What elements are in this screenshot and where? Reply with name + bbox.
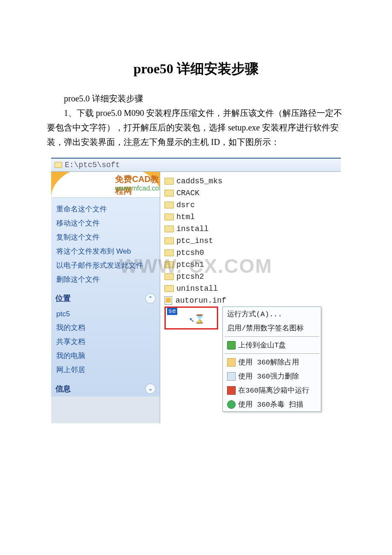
task-delete[interactable]: 删除这个文件 bbox=[56, 272, 155, 286]
info-title: 信息 bbox=[55, 384, 71, 394]
menu-signature[interactable]: 启用/禁用数字签名图标 bbox=[223, 321, 321, 335]
folder-icon bbox=[164, 249, 174, 256]
places-title: 位置 bbox=[55, 293, 71, 304]
folder-item[interactable]: html bbox=[164, 211, 337, 223]
context-menu: 运行方式(A)... 启用/禁用数字签名图标 上传到金山T盘 使用 360解除占… bbox=[222, 306, 321, 412]
banner-url: www.mfcad.com bbox=[115, 185, 160, 192]
menu-label: 使用 360强力删除 bbox=[238, 371, 299, 381]
place-mydocs[interactable]: 我的文档 bbox=[56, 321, 155, 335]
folder-icon bbox=[164, 261, 174, 268]
inf-file-icon bbox=[164, 296, 172, 305]
sandbox-icon bbox=[227, 386, 236, 395]
menu-unlock[interactable]: 使用 360解除占用 bbox=[223, 355, 321, 369]
task-copy[interactable]: 复制这个文件 bbox=[56, 230, 155, 244]
place-ptc5[interactable]: ptc5 bbox=[56, 308, 155, 321]
unlock-icon bbox=[227, 358, 236, 367]
menu-label: 上传到金山T盘 bbox=[238, 340, 286, 350]
folder-item[interactable]: ptc_inst bbox=[164, 235, 337, 247]
folder-icon bbox=[164, 285, 174, 292]
scan-icon bbox=[227, 400, 236, 409]
file-label: ptcsh0 bbox=[176, 249, 204, 257]
folder-item[interactable]: install bbox=[164, 223, 337, 235]
menu-separator bbox=[225, 353, 319, 354]
file-label: se bbox=[167, 308, 177, 315]
menu-upload[interactable]: 上传到金山T盘 bbox=[223, 338, 321, 352]
page-title: proe50 详细安装步骤 bbox=[47, 60, 345, 78]
info-header[interactable]: 信息 ⌄ bbox=[51, 381, 160, 396]
folder-icon bbox=[164, 178, 174, 185]
places-group: ptc5 我的文档 共享文档 我的电脑 网上邻居 bbox=[51, 306, 160, 381]
menu-label: 使用 360解除占用 bbox=[238, 357, 299, 367]
file-label: ptc_inst bbox=[176, 237, 213, 245]
folder-icon bbox=[164, 273, 174, 280]
menu-sandbox[interactable]: 在360隔离沙箱中运行 bbox=[223, 383, 321, 397]
folder-item[interactable]: uninstall bbox=[164, 283, 337, 295]
file-label: dsrc bbox=[176, 201, 195, 209]
file-label: ptcsh1 bbox=[176, 260, 204, 269]
subtitle: proe5.0 详细安装步骤 bbox=[47, 91, 345, 106]
menu-scan[interactable]: 使用 360杀毒 扫描 bbox=[223, 397, 321, 411]
explorer-screenshot: WWW. CX.COM E:\ptc5\soft 免费CAD教程网 www.mf… bbox=[51, 158, 341, 423]
chevron-up-icon[interactable]: ⌃ bbox=[145, 293, 156, 304]
delete-icon bbox=[227, 372, 236, 381]
file-label: autorun.inf bbox=[176, 296, 226, 305]
task-rename[interactable]: 重命名这个文件 bbox=[56, 202, 155, 216]
explorer-sidebar: 免费CAD教程网 www.mfcad.com 重命名这个文件 移动这个文件 复制… bbox=[51, 172, 160, 396]
menu-runas[interactable]: 运行方式(A)... bbox=[223, 307, 321, 321]
file-label: cadds5_mks bbox=[176, 177, 222, 185]
chevron-down-icon[interactable]: ⌄ bbox=[145, 384, 156, 394]
folder-item[interactable]: ptcsh2 bbox=[164, 271, 337, 283]
menu-separator bbox=[225, 336, 319, 337]
file-label: install bbox=[176, 225, 209, 233]
upload-icon bbox=[227, 341, 236, 350]
task-email[interactable]: 以电子邮件形式发送此文件 bbox=[56, 258, 155, 272]
menu-forcedelete[interactable]: 使用 360强力删除 bbox=[223, 369, 321, 383]
folder-icon bbox=[164, 214, 174, 220]
folder-icon bbox=[164, 202, 174, 208]
paragraph-1: 1、下载 proe5.0 M090 安装程序压缩文件，并解压该文件（解压路径一定… bbox=[47, 106, 345, 149]
address-bar[interactable]: E:\ptc5\soft bbox=[51, 159, 341, 172]
folder-icon bbox=[164, 190, 174, 197]
folder-icon bbox=[164, 225, 174, 232]
cursor-hourglass-icon: ↖⌛ bbox=[189, 315, 205, 324]
folder-item[interactable]: dsrc bbox=[164, 199, 337, 211]
menu-label: 启用/禁用数字签名图标 bbox=[227, 323, 304, 333]
folder-item[interactable]: ptcsh0 bbox=[164, 247, 337, 259]
file-label: html bbox=[176, 213, 195, 221]
places-header[interactable]: 位置 ⌃ bbox=[51, 291, 160, 306]
file-item-inf[interactable]: autorun.inf bbox=[164, 295, 337, 306]
task-publish[interactable]: 将这个文件发布到 Web bbox=[56, 244, 155, 258]
file-tasks-group: 重命名这个文件 移动这个文件 复制这个文件 将这个文件发布到 Web 以电子邮件… bbox=[51, 198, 160, 291]
folder-item[interactable]: ptcsh1 bbox=[164, 259, 337, 271]
folder-item[interactable]: CRACK bbox=[164, 187, 337, 199]
place-shared[interactable]: 共享文档 bbox=[56, 335, 155, 349]
address-text: E:\ptc5\soft bbox=[65, 161, 120, 169]
folder-icon bbox=[164, 237, 174, 244]
task-move[interactable]: 移动这个文件 bbox=[56, 216, 155, 230]
file-label: ptcsh2 bbox=[176, 272, 204, 281]
setup-exe-highlight[interactable]: se ↖⌛ bbox=[164, 306, 218, 330]
file-pane: cadds5_mks CRACK dsrc html install ptc_i… bbox=[160, 172, 341, 423]
folder-icon bbox=[55, 162, 62, 168]
folder-item[interactable]: cadds5_mks bbox=[164, 175, 337, 187]
menu-label: 运行方式(A)... bbox=[227, 309, 282, 319]
menu-label: 在360隔离沙箱中运行 bbox=[238, 385, 309, 395]
place-network[interactable]: 网上邻居 bbox=[56, 363, 155, 377]
ad-banner: 免费CAD教程网 www.mfcad.com bbox=[51, 172, 160, 198]
file-label: uninstall bbox=[176, 284, 218, 293]
menu-label: 使用 360杀毒 扫描 bbox=[238, 399, 303, 409]
place-mycomputer[interactable]: 我的电脑 bbox=[56, 349, 155, 363]
file-label: CRACK bbox=[176, 189, 199, 197]
